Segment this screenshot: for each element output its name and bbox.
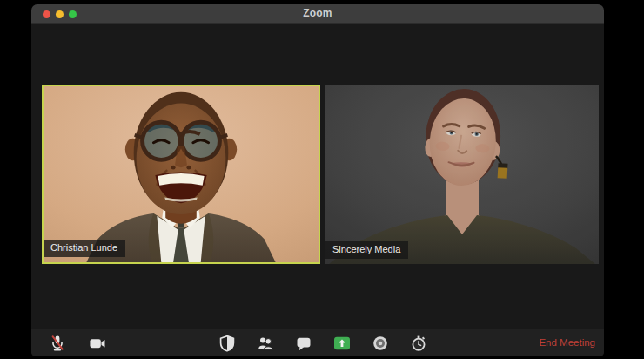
maximize-button[interactable] — [69, 10, 77, 18]
window-title: Zoom — [31, 4, 604, 23]
security-button[interactable] — [218, 335, 236, 352]
meeting-stage: Christian Lunde — [31, 24, 604, 329]
participant-video-placeholder — [325, 85, 599, 264]
toolbar-center-group — [218, 329, 427, 356]
minimize-button[interactable] — [56, 10, 64, 18]
close-button[interactable] — [43, 10, 50, 18]
participant-name-tag: Christian Lunde — [44, 240, 125, 257]
toolbar-left-group — [49, 329, 106, 356]
video-tile-right[interactable]: Sincerely Media — [325, 85, 599, 264]
titlebar[interactable]: Zoom — [31, 4, 604, 24]
participants-icon — [257, 335, 274, 352]
chat-bubble-icon — [295, 335, 312, 352]
participants-button[interactable] — [257, 335, 274, 352]
chat-button[interactable] — [295, 335, 312, 352]
record-button[interactable] — [372, 335, 389, 352]
zoom-window: Zoom — [31, 4, 604, 356]
mute-button[interactable] — [49, 335, 66, 352]
reactions-button[interactable] — [410, 335, 427, 352]
share-screen-icon — [333, 335, 351, 352]
video-tile-left[interactable]: Christian Lunde — [42, 85, 320, 264]
participant-video-placeholder — [44, 86, 319, 262]
end-meeting-button[interactable]: End Meeting — [539, 329, 595, 356]
stopwatch-icon — [410, 335, 427, 352]
record-icon — [372, 335, 389, 352]
meeting-toolbar: End Meeting — [31, 329, 604, 356]
stop-video-button[interactable] — [89, 335, 106, 352]
shield-icon — [218, 335, 236, 352]
microphone-muted-icon — [49, 334, 66, 352]
traffic-lights — [43, 10, 77, 18]
video-camera-icon — [89, 335, 106, 352]
participant-name-tag: Sincerely Media — [325, 241, 408, 259]
share-screen-button[interactable] — [333, 335, 351, 352]
